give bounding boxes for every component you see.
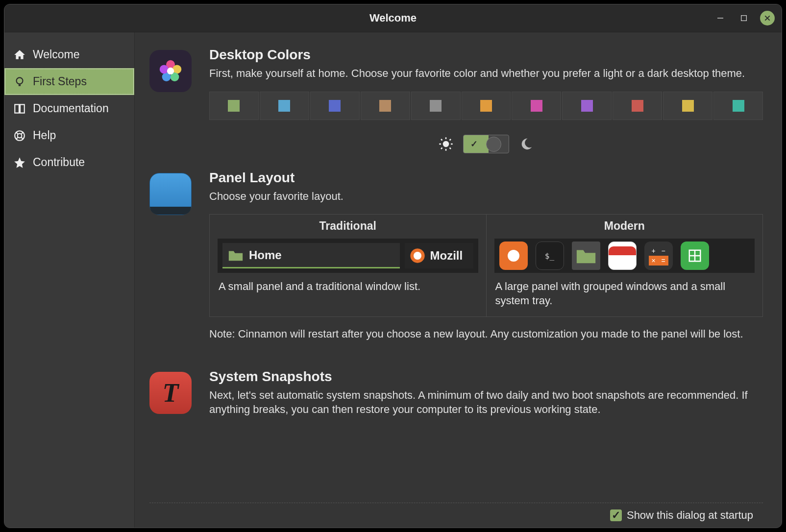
theme-toggle[interactable]: ✓ — [463, 135, 509, 153]
svg-point-2 — [17, 77, 23, 84]
folder-icon — [227, 248, 244, 263]
calendar-icon — [608, 242, 637, 270]
layout-desc: A small panel and a traditional window l… — [210, 273, 486, 303]
swatch — [430, 100, 442, 112]
svg-point-11 — [167, 68, 174, 74]
section-title: Desktop Colors — [209, 47, 763, 63]
section-title: System Snapshots — [209, 369, 763, 385]
minimize-button[interactable] — [713, 11, 728, 25]
svg-rect-3 — [19, 84, 21, 86]
layout-options: Traditional Home — [209, 214, 763, 317]
sidebar-item-welcome[interactable]: Welcome — [4, 41, 134, 68]
moon-icon — [519, 137, 534, 151]
spreadsheet-icon — [681, 242, 709, 270]
traditional-preview: Home Mozill — [218, 239, 478, 273]
titlebar: Welcome — [4, 4, 782, 32]
close-button[interactable] — [760, 11, 775, 25]
preview-window-home: Home — [222, 243, 400, 268]
sidebar-item-contribute[interactable]: Contribute — [4, 149, 134, 176]
swatch — [581, 100, 593, 112]
svg-rect-1 — [741, 16, 747, 21]
section-desc: Next, let's set automatic system snapsho… — [209, 388, 763, 416]
preview-window-mozilla: Mozill — [405, 243, 473, 268]
swatch — [480, 100, 492, 112]
svg-line-17 — [441, 139, 442, 141]
svg-point-22 — [414, 252, 421, 260]
svg-line-18 — [450, 147, 451, 149]
show-at-startup-checkbox[interactable]: ✓ — [610, 509, 622, 521]
swatch — [733, 100, 744, 112]
modern-preview: $_ — [494, 239, 755, 273]
section-desktop-colors: Desktop Colors First, make yourself at h… — [149, 47, 763, 153]
svg-point-7 — [172, 65, 181, 73]
color-swatch-orange[interactable] — [462, 92, 511, 120]
show-at-startup-label[interactable]: Show this dialog at startup — [627, 509, 753, 522]
color-swatch-blue[interactable] — [260, 92, 309, 120]
layout-title: Traditional — [210, 215, 486, 239]
sidebar-item-label: Welcome — [33, 48, 79, 61]
sidebar-item-label: First Steps — [33, 75, 87, 88]
timeshift-icon: T — [149, 372, 192, 414]
calculator-icon: + − × = — [644, 242, 673, 270]
sidebar-item-label: Contribute — [33, 156, 85, 169]
body-area: Welcome First Steps Documentation Help — [4, 32, 782, 528]
color-swatch-brown[interactable] — [361, 92, 410, 120]
theme-toggle-row: ✓ — [209, 135, 763, 153]
svg-line-20 — [450, 139, 451, 141]
colors-icon — [149, 50, 192, 92]
panel-icon — [149, 173, 192, 215]
section-system-snapshots: T System Snapshots Next, let's set autom… — [149, 369, 763, 418]
preview-label: Mozill — [430, 249, 463, 263]
swatch — [228, 100, 240, 112]
swatch — [379, 100, 391, 112]
swatch — [329, 100, 341, 112]
color-swatch-purple[interactable] — [562, 92, 612, 120]
window-controls — [713, 4, 775, 32]
svg-rect-0 — [717, 18, 723, 19]
life-ring-icon — [13, 129, 26, 142]
color-swatch-indigo[interactable] — [310, 92, 360, 120]
sidebar-item-label: Help — [33, 129, 56, 142]
svg-point-12 — [443, 141, 449, 147]
sidebar: Welcome First Steps Documentation Help — [4, 32, 135, 528]
color-swatch-pink[interactable] — [512, 92, 561, 120]
terminal-icon: $_ — [536, 242, 564, 270]
files-icon — [572, 242, 600, 270]
svg-point-5 — [18, 133, 22, 138]
book-icon — [13, 102, 26, 115]
home-icon — [13, 48, 26, 61]
sun-icon — [439, 137, 453, 151]
svg-line-19 — [441, 147, 442, 149]
sidebar-item-first-steps[interactable]: First Steps — [4, 68, 134, 95]
color-swatch-green[interactable] — [209, 92, 259, 120]
svg-point-10 — [160, 65, 169, 73]
swatch — [682, 100, 694, 112]
color-swatch-yellow[interactable] — [663, 92, 712, 120]
main-content: Desktop Colors First, make yourself at h… — [135, 32, 782, 528]
maximize-button[interactable] — [737, 11, 751, 25]
swatch — [531, 100, 542, 112]
sidebar-item-help[interactable]: Help — [4, 122, 134, 149]
welcome-window: Welcome Welcome — [4, 4, 782, 528]
star-icon — [13, 156, 26, 169]
bulb-icon — [13, 75, 26, 88]
color-swatch-teal[interactable] — [713, 92, 763, 120]
section-title: Panel Layout — [209, 170, 763, 186]
sidebar-item-documentation[interactable]: Documentation — [4, 95, 134, 122]
firefox-icon — [410, 248, 425, 264]
check-icon: ✓ — [470, 139, 478, 149]
section-panel-layout: Panel Layout Choose your favorite layout… — [149, 170, 763, 352]
layout-note: Note: Cinnamon will restart after you ch… — [209, 327, 763, 341]
color-swatch-red[interactable] — [613, 92, 662, 120]
layout-option-traditional[interactable]: Traditional Home — [210, 215, 487, 316]
layout-option-modern[interactable]: Modern $_ — [487, 215, 763, 316]
color-picker-row — [209, 92, 763, 120]
firefox-icon — [499, 242, 528, 270]
scroll-area[interactable]: Desktop Colors First, make yourself at h… — [149, 47, 763, 503]
section-desc: First, make yourself at home. Choose you… — [209, 67, 763, 81]
color-swatch-grey[interactable] — [411, 92, 461, 120]
startup-checkbox-row: ✓ Show this dialog at startup — [149, 503, 763, 528]
svg-point-23 — [508, 250, 519, 262]
layout-title: Modern — [487, 215, 763, 239]
swatch — [632, 100, 643, 112]
